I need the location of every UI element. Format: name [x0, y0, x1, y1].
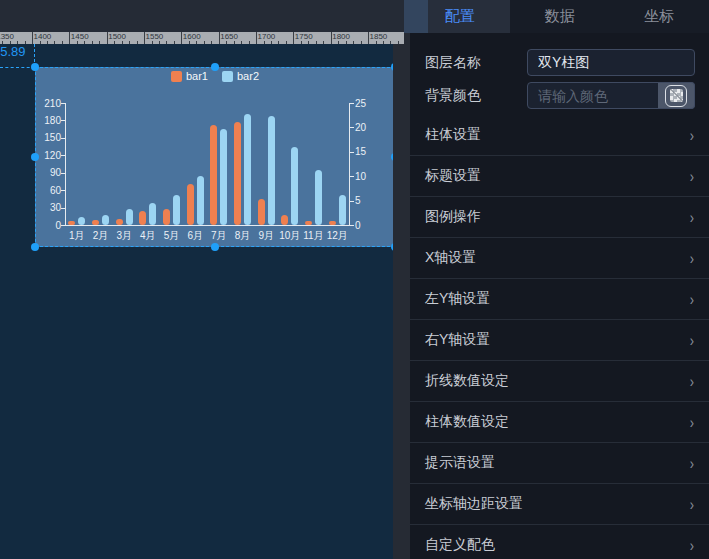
section-row-柱体设置[interactable]: 柱体设置›: [410, 115, 709, 156]
section-row-坐标轴边距设置[interactable]: 坐标轴边距设置›: [410, 484, 709, 525]
position-indicator: 25.89: [0, 44, 26, 59]
selection-handle[interactable]: [211, 243, 219, 251]
left-axis-tick: [61, 120, 65, 121]
bar1-bar[interactable]: [187, 184, 194, 225]
bar2-bar[interactable]: [291, 147, 298, 225]
right-axis-tick: [350, 152, 354, 153]
left-axis-tick: [61, 138, 65, 139]
left-axis-tick: [61, 103, 65, 104]
left-axis-tick: [61, 208, 65, 209]
right-axis-tick: [350, 225, 354, 226]
tab-坐标[interactable]: 坐标: [609, 0, 709, 33]
chart-widget[interactable]: bar1bar2 030609012015018021005101520251月…: [35, 67, 393, 247]
selection-handle[interactable]: [31, 63, 39, 71]
left-axis-label: 0: [35, 220, 61, 231]
tab-数据[interactable]: 数据: [510, 0, 610, 33]
field-layer-name: 图层名称: [425, 49, 695, 76]
bar1-bar[interactable]: [92, 220, 99, 225]
left-axis-tick: [61, 190, 65, 191]
bar2-bar[interactable]: [244, 114, 251, 225]
left-axis-tick: [61, 155, 65, 156]
section-row-标题设置[interactable]: 标题设置›: [410, 156, 709, 197]
section-row-提示语设置[interactable]: 提示语设置›: [410, 443, 709, 484]
right-y-axis-line: [349, 103, 350, 225]
left-axis-label: 90: [35, 167, 61, 178]
right-axis-label: 10: [355, 171, 366, 182]
bar2-bar[interactable]: [126, 209, 133, 225]
section-row-右Y轴设置[interactable]: 右Y轴设置›: [410, 320, 709, 361]
bar1-bar[interactable]: [139, 211, 146, 225]
bar1-bar[interactable]: [305, 221, 312, 225]
ruler-tick-label: 1700: [258, 32, 276, 42]
section-title: 左Y轴设置: [425, 290, 490, 308]
right-axis-tick: [350, 127, 354, 128]
ruler-tick-label: 1850: [370, 32, 388, 42]
field-background-color: 背景颜色: [425, 82, 695, 109]
bar1-bar[interactable]: [210, 125, 217, 225]
editor-area: 1350140014501500155016001650170017501800…: [0, 0, 410, 559]
bar1-bar[interactable]: [163, 209, 170, 225]
bar2-bar[interactable]: [102, 215, 109, 225]
section-title: 折线数值设定: [425, 372, 509, 390]
bar1-bar[interactable]: [329, 221, 336, 225]
chevron-right-icon: ›: [690, 332, 694, 349]
horizontal-ruler: 1350140014501500155016001650170017501800…: [0, 32, 404, 44]
color-picker-button[interactable]: [658, 82, 695, 109]
bar1-bar[interactable]: [281, 215, 288, 225]
ruler-tick-label: 1400: [34, 32, 52, 42]
bar2-bar[interactable]: [78, 217, 85, 225]
section-title: 标题设置: [425, 167, 481, 185]
chevron-right-icon: ›: [690, 250, 694, 267]
left-axis-label: 180: [35, 115, 61, 126]
selection-handle[interactable]: [391, 63, 393, 71]
layer-name-input[interactable]: [527, 49, 695, 76]
chevron-right-icon: ›: [690, 414, 694, 431]
left-axis-tick: [61, 225, 65, 226]
ruler-tick-label: 1800: [332, 32, 350, 42]
layer-name-label: 图层名称: [425, 54, 481, 72]
chevron-right-icon: ›: [690, 496, 694, 513]
section-title: 提示语设置: [425, 454, 495, 472]
left-axis-label: 210: [35, 98, 61, 109]
chevron-right-icon: ›: [690, 537, 694, 554]
section-row-折线数值设定[interactable]: 折线数值设定›: [410, 361, 709, 402]
selection-handle[interactable]: [391, 153, 393, 161]
selection-handle[interactable]: [31, 243, 39, 251]
chevron-right-icon: ›: [690, 291, 694, 308]
panel-tabs: 配置数据坐标: [410, 0, 709, 33]
chart-plot: 030609012015018021005101520251月2月3月4月5月6…: [35, 67, 393, 247]
ruler-tick-label: 1650: [220, 32, 238, 42]
chevron-right-icon: ›: [690, 373, 694, 390]
selection-handle[interactable]: [31, 153, 39, 161]
bar2-bar[interactable]: [315, 170, 322, 225]
bar2-bar[interactable]: [339, 195, 346, 225]
bar2-bar[interactable]: [197, 176, 204, 225]
section-row-自定义配色[interactable]: 自定义配色›: [410, 525, 709, 559]
alignment-guide-horizontal: [0, 67, 35, 68]
section-title: 右Y轴设置: [425, 331, 490, 349]
section-row-图例操作[interactable]: 图例操作›: [410, 197, 709, 238]
bar1-bar[interactable]: [116, 219, 123, 225]
bar1-bar[interactable]: [68, 221, 75, 225]
bar2-bar[interactable]: [173, 195, 180, 225]
section-row-左Y轴设置[interactable]: 左Y轴设置›: [410, 279, 709, 320]
config-panel: 配置数据坐标 图层名称 背景颜色 柱体: [410, 0, 709, 559]
right-axis-label: 5: [355, 195, 361, 206]
bar1-bar[interactable]: [234, 122, 241, 225]
bar2-bar[interactable]: [268, 116, 275, 225]
chevron-right-icon: ›: [690, 455, 694, 472]
left-axis-label: 30: [35, 202, 61, 213]
settings-section-list: 柱体设置›标题设置›图例操作›X轴设置›左Y轴设置›右Y轴设置›折线数值设定›柱…: [410, 115, 709, 559]
section-row-X轴设置[interactable]: X轴设置›: [410, 238, 709, 279]
design-canvas[interactable]: 25.89 bar1bar2 0306090120150180210051015…: [0, 44, 393, 559]
selection-handle[interactable]: [391, 243, 393, 251]
bar1-bar[interactable]: [258, 199, 265, 225]
left-y-axis-line: [65, 103, 66, 225]
bar2-bar[interactable]: [220, 129, 227, 225]
bar2-bar[interactable]: [149, 203, 156, 225]
selection-handle[interactable]: [211, 63, 219, 71]
section-row-柱体数值设定[interactable]: 柱体数值设定›: [410, 402, 709, 443]
right-axis-label: 25: [355, 98, 366, 109]
right-axis-tick: [350, 176, 354, 177]
ruler-tick: [398, 41, 399, 44]
